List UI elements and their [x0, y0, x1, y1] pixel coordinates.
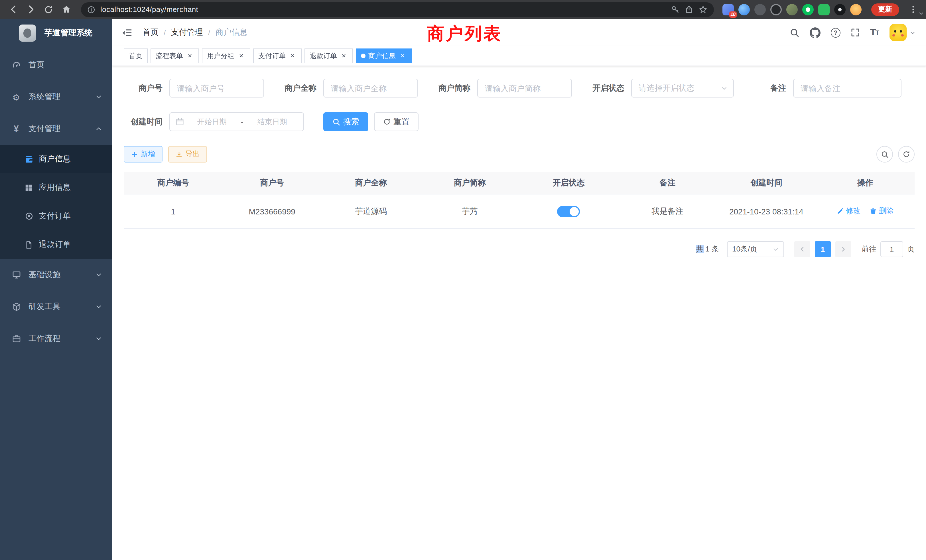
- extension-icon[interactable]: [738, 4, 750, 15]
- cell-remark: 我是备注: [618, 194, 717, 229]
- sidebar: 芋道管理系统 首页 ⚙ 系统管理 ¥ 支付管理: [0, 19, 112, 560]
- goto-page-input[interactable]: [881, 241, 903, 257]
- extension-icon[interactable]: [770, 4, 782, 15]
- tab-user-group[interactable]: 用户分组×: [202, 48, 250, 63]
- tab-label: 商户信息: [368, 51, 396, 61]
- hide-search-icon[interactable]: [876, 146, 893, 162]
- chevron-down-icon[interactable]: [918, 9, 924, 19]
- annotation-text: 商户列表: [427, 22, 502, 45]
- prev-page-button[interactable]: [794, 241, 810, 257]
- address-bar[interactable]: localhost:1024/pay/merchant: [81, 2, 714, 17]
- page-content: 商户号 商户全称 商户简称 开启状态 请选择开启状态: [112, 66, 926, 560]
- start-date-placeholder[interactable]: 开始日期: [186, 117, 238, 127]
- export-button[interactable]: 导出: [168, 146, 207, 162]
- briefcase-icon: [11, 334, 21, 343]
- breadcrumb-home[interactable]: 首页: [142, 27, 159, 38]
- extension-icon[interactable]: [754, 4, 766, 15]
- filter-status: 开启状态 请选择开启状态: [586, 79, 734, 97]
- sidebar-item-label: 系统管理: [29, 92, 61, 102]
- site-info-icon[interactable]: [87, 5, 95, 14]
- extension-icon[interactable]: [818, 4, 830, 15]
- full-name-input[interactable]: [323, 79, 418, 97]
- table-row: 1 M233666999 芋道源码 芋艿 我是备注 2021-10-23 08:…: [124, 194, 915, 229]
- cell-full-name: 芋道源码: [322, 194, 421, 229]
- close-icon[interactable]: ×: [186, 52, 194, 60]
- app-logo[interactable]: 芋道管理系统: [0, 19, 112, 47]
- page-number-button[interactable]: 1: [815, 241, 831, 257]
- tab-pay-order[interactable]: 支付订单×: [253, 48, 302, 63]
- sidebar-fold-icon[interactable]: [121, 27, 132, 38]
- bookmark-star-icon[interactable]: [699, 5, 708, 14]
- monitor-icon: [11, 270, 21, 279]
- sidebar-item-infrastructure[interactable]: 基础设施: [0, 259, 112, 291]
- browser-home-icon[interactable]: [59, 2, 74, 17]
- tab-refund-order[interactable]: 退款订单×: [304, 48, 353, 63]
- close-icon[interactable]: ×: [340, 52, 348, 60]
- chevron-down-icon: [95, 335, 102, 342]
- tab-merchant-info[interactable]: 商户信息×: [356, 48, 412, 63]
- font-size-icon[interactable]: TT: [870, 27, 879, 38]
- sidebar-item-workflow[interactable]: 工作流程: [0, 323, 112, 355]
- status-toggle[interactable]: [557, 206, 580, 217]
- tab-label: 首页: [129, 51, 142, 61]
- browser-forward-icon[interactable]: [23, 2, 38, 17]
- goto-page: 前往 页: [862, 241, 915, 257]
- sidebar-menu: 首页 ⚙ 系统管理 ¥ 支付管理 商户信息: [0, 47, 112, 355]
- main-panel: 首页 / 支付管理 / 商户信息 商户列表 ? TT: [112, 19, 926, 560]
- sidebar-item-home[interactable]: 首页: [0, 49, 112, 81]
- sidebar-item-dev-tools[interactable]: 研发工具: [0, 291, 112, 323]
- app: 芋道管理系统 首页 ⚙ 系统管理 ¥ 支付管理: [0, 19, 926, 560]
- sidebar-item-pay-order[interactable]: 支付订单: [0, 202, 112, 230]
- browser-back-icon[interactable]: [6, 2, 21, 17]
- status-select[interactable]: 请选择开启状态: [631, 79, 734, 97]
- wallet-icon: [24, 154, 34, 163]
- delete-link[interactable]: 删除: [870, 206, 894, 216]
- extension-icon[interactable]: [802, 4, 814, 15]
- extension-icon[interactable]: [850, 4, 862, 15]
- sidebar-item-system[interactable]: ⚙ 系统管理: [0, 81, 112, 113]
- help-icon[interactable]: ?: [831, 28, 840, 37]
- search-button[interactable]: 搜索: [323, 112, 368, 131]
- filter-merchant-no: 商户号: [124, 79, 264, 97]
- close-icon[interactable]: ×: [399, 52, 407, 60]
- sidebar-item-app-info[interactable]: 应用信息: [0, 173, 112, 202]
- document-icon: [24, 241, 34, 249]
- sidebar-item-merchant-info[interactable]: 商户信息: [0, 145, 112, 173]
- cell-status: [519, 194, 618, 229]
- tab-flow-form[interactable]: 流程表单×: [151, 48, 199, 63]
- header-search-icon[interactable]: [790, 28, 799, 37]
- next-page-button[interactable]: [835, 241, 851, 257]
- extension-icon[interactable]: 10: [722, 4, 734, 15]
- password-key-icon[interactable]: [671, 5, 680, 14]
- merchant-no-input[interactable]: [169, 79, 264, 97]
- fullscreen-icon[interactable]: [851, 28, 860, 37]
- sidebar-item-refund-order[interactable]: 退款订单: [0, 230, 112, 259]
- sidebar-item-payment[interactable]: ¥ 支付管理: [0, 113, 112, 145]
- close-icon[interactable]: ×: [289, 52, 297, 60]
- remark-input[interactable]: [793, 79, 902, 97]
- tab-home[interactable]: 首页: [124, 48, 148, 63]
- url-text: localhost:1024/pay/merchant: [100, 5, 198, 14]
- page-size-select[interactable]: 10条/页: [727, 241, 784, 257]
- edit-link[interactable]: 修改: [837, 206, 861, 216]
- github-icon[interactable]: [809, 27, 820, 38]
- col-header-action: 操作: [816, 172, 915, 194]
- reset-button[interactable]: 重置: [374, 112, 419, 131]
- short-name-input[interactable]: [477, 79, 572, 97]
- refresh-icon[interactable]: [898, 146, 915, 162]
- add-button[interactable]: 新增: [124, 146, 162, 162]
- user-menu[interactable]: [890, 24, 916, 41]
- chevron-up-icon: [95, 126, 102, 132]
- date-range-separator: -: [240, 118, 245, 126]
- profile-extension-icon[interactable]: [786, 4, 798, 15]
- share-icon[interactable]: [685, 5, 693, 14]
- tab-label: 用户分组: [207, 51, 235, 61]
- end-date-placeholder[interactable]: 结束日期: [247, 117, 298, 127]
- browser-update-button[interactable]: 更新: [871, 3, 899, 16]
- close-icon[interactable]: ×: [237, 52, 245, 60]
- app-title: 芋道管理系统: [44, 28, 92, 38]
- create-time-range-picker[interactable]: 开始日期 - 结束日期: [169, 112, 304, 131]
- breadcrumb-payment[interactable]: 支付管理: [171, 27, 203, 38]
- extension-icon[interactable]: [834, 4, 846, 15]
- browser-reload-icon[interactable]: [41, 2, 56, 17]
